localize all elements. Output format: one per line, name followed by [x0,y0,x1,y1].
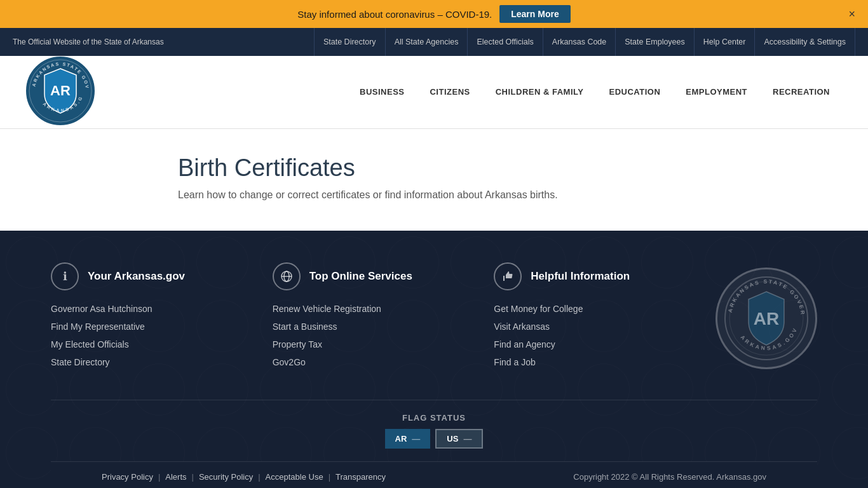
info-icon: ℹ [51,262,79,290]
footer-arkansas-links: Governor Asa Hutchinson Find My Represen… [51,303,234,368]
footer-link-gov2go[interactable]: Gov2Go [273,357,306,367]
ar-dash: — [412,434,420,444]
page-title: Birth Certificates [178,154,843,182]
us-dash: — [463,434,471,444]
flag-status-badges: AR — US — [64,429,804,449]
footer-link-find-rep[interactable]: Find My Representative [51,322,145,332]
footer-col-helpful-header: Helpful Information [494,262,677,290]
top-nav-state-directory[interactable]: State Directory [314,28,386,56]
flag-badge-ar: AR — [385,429,431,449]
flag-badge-us: US — [435,429,483,449]
sep-3: | [258,472,260,482]
top-nav-arkansas-code[interactable]: Arkansas Code [543,28,616,56]
svg-text:AR: AR [50,83,71,98]
footer-col-helpful: Helpful Information Get Money for Colleg… [494,262,677,374]
footer-helpful-title: Helpful Information [531,270,630,283]
sep-4: | [329,472,330,482]
top-nav-accessibility[interactable]: Accessibility & Settings [755,28,855,56]
globe-icon [273,262,301,290]
alert-text: Stay informed about coronavirus – COVID-… [297,9,492,20]
sep-2: | [192,472,194,482]
top-nav-help-center[interactable]: Help Center [695,28,756,56]
alert-banner: Stay informed about coronavirus – COVID-… [0,0,868,28]
close-banner-button[interactable]: × [848,8,855,21]
ar-label: AR [395,434,407,444]
top-nav-all-state-agencies[interactable]: All State Agencies [386,28,468,56]
footer-link-governor[interactable]: Governor Asa Hutchinson [51,304,153,314]
site-brand: The Official Website of the State of Ark… [13,37,314,46]
bottom-link-privacy[interactable]: Privacy Policy [102,472,153,482]
learn-more-button[interactable]: Learn More [499,5,570,23]
nav-business[interactable]: BUSINESS [347,67,417,118]
footer-link-visit-arkansas[interactable]: Visit Arkansas [494,322,550,332]
footer-col-services-header: Top Online Services [273,262,456,290]
bottom-links: Privacy Policy | Alerts | Security Polic… [102,472,573,482]
footer-col-arkansas-header: ℹ Your Arkansas.gov [51,262,234,290]
thumbsup-icon [494,262,522,290]
footer-link-state-directory[interactable]: State Directory [51,357,110,367]
sep-1: | [158,472,160,482]
footer-logo: AR ARKANSAS STATE GOVERNMENT ARKANSAS.GO… [715,268,817,369]
main-nav-links: BUSINESS CITIZENS CHILDREN & FAMILY EDUC… [347,67,843,118]
footer-link-property-tax[interactable]: Property Tax [273,339,322,349]
bottom-link-security[interactable]: Security Policy [199,472,253,482]
top-nav-state-employees[interactable]: State Employees [616,28,695,56]
footer: ℹ Your Arkansas.gov Governor Asa Hutchin… [0,231,868,488]
bottom-link-transparency[interactable]: Transparency [336,472,386,482]
footer-helpful-links: Get Money for College Visit Arkansas Fin… [494,303,677,368]
nav-employment[interactable]: EMPLOYMENT [673,67,760,118]
main-nav: AR ARKANSAS STATE GOVERNMENT ARKANSAS.GO… [0,56,868,129]
footer-col-arkansas: ℹ Your Arkansas.gov Governor Asa Hutchin… [51,262,234,374]
footer-services-links: Renew Vehicle Registration Start a Busin… [273,303,456,368]
logo-area[interactable]: AR ARKANSAS STATE GOVERNMENT ARKANSAS.GO… [25,56,95,128]
bottom-bar: Privacy Policy | Alerts | Security Polic… [51,461,817,488]
bottom-link-alerts[interactable]: Alerts [165,472,186,482]
footer-logo-area: AR ARKANSAS STATE GOVERNMENT ARKANSAS.GO… [715,262,817,374]
svg-text:AR: AR [754,309,779,329]
footer-arkansas-title: Your Arkansas.gov [88,270,185,283]
page-subtitle: Learn how to change or correct certifica… [178,189,843,201]
hero-section: Birth Certificates Learn how to change o… [0,129,868,231]
nav-children-family[interactable]: CHILDREN & FAMILY [483,67,597,118]
footer-services-title: Top Online Services [309,270,412,283]
footer-link-money-college[interactable]: Get Money for College [494,304,583,314]
bottom-link-acceptable-use[interactable]: Acceptable Use [266,472,323,482]
nav-education[interactable]: EDUCATION [596,67,673,118]
top-nav-links: State Directory All State Agencies Elect… [314,28,855,56]
us-label: US [447,434,458,444]
footer-col-services: Top Online Services Renew Vehicle Regist… [273,262,456,374]
flag-status-area: FLAG STATUS AR — US — [51,400,817,461]
top-nav: The Official Website of the State of Ark… [0,28,868,56]
footer-link-find-job[interactable]: Find a Job [494,357,535,367]
footer-link-elected-officials[interactable]: My Elected Officials [51,339,129,349]
top-nav-elected-officials[interactable]: Elected Officials [468,28,543,56]
footer-link-renew-vehicle[interactable]: Renew Vehicle Registration [273,304,381,314]
copyright: Copyright 2022 © All Rights Reserved. Ar… [573,472,766,482]
footer-columns: ℹ Your Arkansas.gov Governor Asa Hutchin… [51,262,817,400]
nav-citizens[interactable]: CITIZENS [417,67,482,118]
nav-recreation[interactable]: RECREATION [760,67,843,118]
flag-status-label: FLAG STATUS [64,413,804,423]
footer-link-start-business[interactable]: Start a Business [273,322,337,332]
footer-link-find-agency[interactable]: Find an Agency [494,339,555,349]
